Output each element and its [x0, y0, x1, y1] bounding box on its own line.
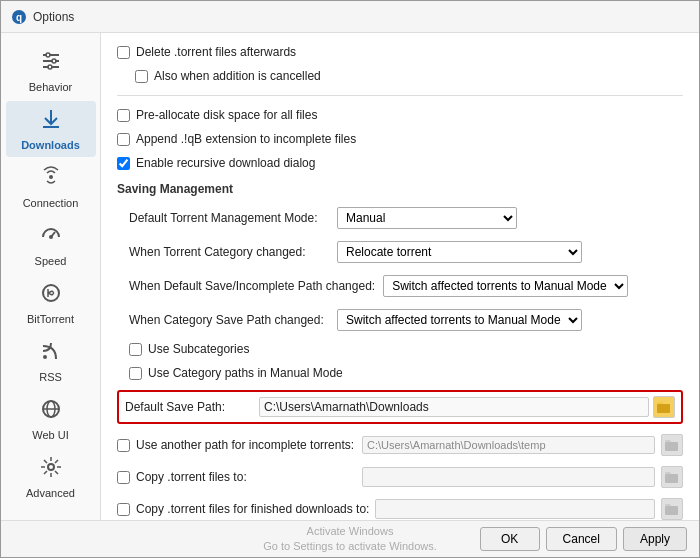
use-subcategories-checkbox[interactable] — [129, 343, 142, 356]
connection-icon — [39, 165, 63, 194]
app-icon: q — [11, 9, 27, 25]
content-area: Behavior Downloads — [1, 33, 699, 520]
svg-rect-24 — [665, 506, 678, 515]
sidebar-label-connection: Connection — [23, 197, 79, 209]
also-when-cancelled-checkbox[interactable] — [135, 70, 148, 83]
sidebar-item-downloads[interactable]: Downloads — [6, 101, 96, 157]
append-iqb-row: Append .!qB extension to incomplete file… — [117, 130, 683, 148]
apply-button[interactable]: Apply — [623, 527, 687, 551]
category-save-path-changed-control: Switch affected torrents to Manual Mode … — [337, 309, 683, 331]
category-save-path-changed-label: When Category Save Path changed: — [129, 313, 329, 327]
sidebar-label-bittorrent: BitTorrent — [27, 313, 74, 325]
copy-torrent-files-row: Copy .torrent files to: — [117, 464, 683, 490]
title-bar: q Options — [1, 1, 699, 33]
default-save-path-changed-label: When Default Save/Incomplete Path change… — [129, 279, 375, 293]
default-torrent-mode-select[interactable]: Manual Automatic — [337, 207, 517, 229]
use-category-paths-label: Use Category paths in Manual Mode — [148, 366, 343, 380]
recursive-dialog-checkbox[interactable] — [117, 157, 130, 170]
incomplete-torrents-folder-btn[interactable] — [661, 434, 683, 456]
sidebar: Behavior Downloads — [1, 33, 101, 520]
sidebar-item-speed[interactable]: Speed — [6, 217, 96, 273]
svg-point-20 — [48, 464, 54, 470]
recursive-dialog-row: Enable recursive download dialog — [117, 154, 683, 172]
options-window: q Options — [0, 0, 700, 558]
sidebar-label-behavior: Behavior — [29, 81, 72, 93]
default-save-path-changed-row: When Default Save/Incomplete Path change… — [117, 272, 683, 300]
category-changed-control: Relocate torrent Switch affected torrent… — [337, 241, 683, 263]
delete-torrent-checkbox[interactable] — [117, 46, 130, 59]
main-content: Delete .torrent files afterwards Also wh… — [101, 33, 699, 520]
advanced-icon — [39, 455, 63, 484]
pre-allocate-row: Pre-allocate disk space for all files — [117, 106, 683, 124]
sidebar-item-bittorrent[interactable]: BitTorrent — [6, 275, 96, 331]
append-iqb-checkbox[interactable] — [117, 133, 130, 146]
incomplete-torrents-row: Use another path for incomplete torrents… — [117, 432, 683, 458]
category-changed-select[interactable]: Relocate torrent Switch affected torrent… — [337, 241, 582, 263]
pre-allocate-label: Pre-allocate disk space for all files — [136, 108, 317, 122]
rss-icon — [39, 339, 63, 368]
default-save-path-changed-select[interactable]: Switch affected torrents to Manual Mode … — [383, 275, 628, 297]
activate-windows-watermark: Activate Windows Go to Settings to activ… — [263, 524, 437, 555]
svg-point-9 — [52, 59, 56, 63]
copy-torrent-files-folder-btn[interactable] — [661, 466, 683, 488]
svg-point-15 — [43, 285, 59, 301]
default-save-path-changed-control: Switch affected torrents to Manual Mode … — [383, 275, 683, 297]
downloads-icon — [39, 107, 63, 136]
category-save-path-changed-select[interactable]: Switch affected torrents to Manual Mode … — [337, 309, 582, 331]
use-category-paths-row: Use Category paths in Manual Mode — [117, 364, 683, 382]
recursive-dialog-label: Enable recursive download dialog — [136, 156, 315, 170]
copy-torrent-files-label: Copy .torrent files to: — [136, 470, 356, 484]
ok-button[interactable]: OK — [480, 527, 540, 551]
speed-icon — [39, 223, 63, 252]
svg-rect-22 — [665, 442, 678, 451]
incomplete-torrents-input[interactable] — [362, 436, 655, 454]
sidebar-item-webui[interactable]: Web UI — [6, 391, 96, 447]
svg-point-10 — [48, 65, 52, 69]
default-save-path-row: Default Save Path: — [117, 390, 683, 424]
sidebar-label-webui: Web UI — [32, 429, 68, 441]
append-iqb-label: Append .!qB extension to incomplete file… — [136, 132, 356, 146]
sidebar-item-rss[interactable]: RSS — [6, 333, 96, 389]
default-save-path-input[interactable] — [259, 397, 649, 417]
use-subcategories-label: Use Subcategories — [148, 342, 249, 356]
saving-management-title: Saving Management — [117, 182, 683, 196]
sidebar-item-advanced[interactable]: Advanced — [6, 449, 96, 505]
behavior-icon — [39, 49, 63, 78]
sidebar-item-connection[interactable]: Connection — [6, 159, 96, 215]
copy-torrent-files-checkbox[interactable] — [117, 471, 130, 484]
default-torrent-mode-control: Manual Automatic — [337, 207, 683, 229]
copy-torrent-files-input[interactable] — [362, 467, 655, 487]
default-save-path-folder-btn[interactable] — [653, 396, 675, 418]
incomplete-torrents-checkbox[interactable] — [117, 439, 130, 452]
category-changed-label: When Torrent Category changed: — [129, 245, 329, 259]
copy-torrent-finished-checkbox[interactable] — [117, 503, 130, 516]
copy-torrent-finished-row: Copy .torrent files for finished downloa… — [117, 496, 683, 520]
cancel-button[interactable]: Cancel — [546, 527, 617, 551]
copy-torrent-finished-folder-btn[interactable] — [661, 498, 683, 520]
svg-point-8 — [46, 53, 50, 57]
category-save-path-changed-row: When Category Save Path changed: Switch … — [117, 306, 683, 334]
svg-point-12 — [49, 175, 53, 179]
sidebar-label-advanced: Advanced — [26, 487, 75, 499]
pre-allocate-checkbox[interactable] — [117, 109, 130, 122]
sidebar-label-downloads: Downloads — [21, 139, 80, 151]
svg-point-16 — [43, 355, 47, 359]
sidebar-label-rss: RSS — [39, 371, 62, 383]
default-torrent-mode-row: Default Torrent Management Mode: Manual … — [117, 204, 683, 232]
sidebar-label-speed: Speed — [35, 255, 67, 267]
default-torrent-mode-label: Default Torrent Management Mode: — [129, 211, 329, 225]
also-when-cancelled-row: Also when addition is cancelled — [117, 67, 683, 85]
svg-text:q: q — [16, 12, 22, 23]
also-when-cancelled-label: Also when addition is cancelled — [154, 69, 321, 83]
incomplete-torrents-label: Use another path for incomplete torrents… — [136, 438, 356, 452]
copy-torrent-finished-label: Copy .torrent files for finished downloa… — [136, 502, 369, 516]
divider-1 — [117, 95, 683, 96]
copy-torrent-finished-input[interactable] — [375, 499, 655, 519]
use-category-paths-checkbox[interactable] — [129, 367, 142, 380]
webui-icon — [39, 397, 63, 426]
svg-rect-23 — [665, 474, 678, 483]
use-subcategories-row: Use Subcategories — [117, 340, 683, 358]
default-save-path-label: Default Save Path: — [125, 400, 255, 414]
title-bar-text: Options — [33, 10, 74, 24]
sidebar-item-behavior[interactable]: Behavior — [6, 43, 96, 99]
